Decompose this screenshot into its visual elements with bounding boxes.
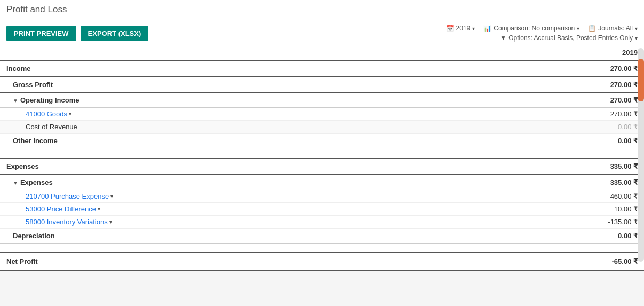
operating-income-row: ▼Operating Income 270.00 ₹ bbox=[0, 92, 644, 108]
year-header-row: 2019 bbox=[0, 45, 644, 60]
income-label: Income bbox=[0, 60, 547, 77]
page-header: Profit and Loss bbox=[0, 0, 644, 21]
filter-icon: ▼ bbox=[500, 34, 506, 42]
spacer-row-2 bbox=[0, 243, 644, 253]
price-difference-amount: 10.00 ₹ bbox=[547, 202, 644, 215]
chart-icon: 📊 bbox=[483, 25, 491, 32]
inventory-variations-label: 58000 Inventory Variations ▾ bbox=[0, 215, 547, 228]
expenses-group-label: ▼Expenses bbox=[0, 175, 547, 190]
options-filter[interactable]: ▼ Options: Accrual Basis, Posted Entries… bbox=[500, 34, 638, 42]
gross-profit-label: Gross Profit bbox=[0, 77, 547, 92]
comparison-chevron-icon: ▾ bbox=[577, 26, 579, 32]
cost-of-revenue-label: Cost of Revenue bbox=[0, 121, 547, 134]
year-chevron-icon: ▾ bbox=[472, 26, 475, 32]
cost-of-revenue-amount: 0.00 ₹ bbox=[547, 121, 644, 134]
print-preview-button[interactable]: PRINT PREVIEW bbox=[6, 26, 76, 41]
year-header-spacer bbox=[0, 45, 547, 60]
net-profit-amount: -65.00 ₹ bbox=[547, 253, 644, 270]
other-income-amount: 0.00 ₹ bbox=[547, 134, 644, 148]
purchase-expense-label: 210700 Purchase Expense ▾ bbox=[0, 190, 547, 202]
expenses-label: Expenses bbox=[0, 158, 547, 175]
export-xlsx-button[interactable]: EXPORT (XLSX) bbox=[81, 26, 149, 41]
price-difference-label: 53000 Price Difference ▾ bbox=[0, 202, 547, 215]
expenses-group-row: ▼Expenses 335.00 ₹ bbox=[0, 175, 644, 190]
income-amount: 270.00 ₹ bbox=[547, 60, 644, 77]
year-header-value: 2019 bbox=[547, 45, 644, 60]
journals-filter[interactable]: 📋 Journals: All ▾ bbox=[588, 25, 638, 32]
gross-profit-amount: 270.00 ₹ bbox=[547, 77, 644, 92]
calendar-icon: 📅 bbox=[446, 25, 454, 32]
inventory-variations-dropdown-icon[interactable]: ▾ bbox=[109, 219, 112, 225]
depreciation-amount: 0.00 ₹ bbox=[547, 228, 644, 243]
goods-dropdown-icon[interactable]: ▾ bbox=[69, 111, 71, 117]
operating-income-expand-icon[interactable]: ▼ bbox=[13, 98, 18, 104]
price-difference-dropdown-icon[interactable]: ▾ bbox=[98, 206, 100, 212]
inventory-variations-row: 58000 Inventory Variations ▾ -135.00 ₹ bbox=[0, 215, 644, 228]
scrollbar[interactable] bbox=[638, 48, 644, 262]
spacer-row-1 bbox=[0, 148, 644, 158]
page-title: Profit and Loss bbox=[6, 4, 638, 15]
expenses-section-header: Expenses 335.00 ₹ bbox=[0, 158, 644, 175]
report-content: 2019 Income 270.00 ₹ Gross Profit 270.00… bbox=[0, 45, 644, 271]
other-income-row: Other Income 0.00 ₹ bbox=[0, 134, 644, 148]
operating-income-label: ▼Operating Income bbox=[0, 92, 547, 108]
price-difference-row: 53000 Price Difference ▾ 10.00 ₹ bbox=[0, 202, 644, 215]
toolbar-left: PRINT PREVIEW EXPORT (XLSX) bbox=[6, 26, 148, 41]
inventory-variations-link[interactable]: 58000 Inventory Variations ▾ bbox=[26, 218, 541, 226]
net-profit-row: Net Profit -65.00 ₹ bbox=[0, 253, 644, 270]
price-difference-link[interactable]: 53000 Price Difference ▾ bbox=[26, 205, 541, 213]
depreciation-row: Depreciation 0.00 ₹ bbox=[0, 228, 644, 243]
report-table: 2019 Income 270.00 ₹ Gross Profit 270.00… bbox=[0, 45, 644, 271]
scrollbar-thumb[interactable] bbox=[638, 59, 644, 101]
toolbar-filter-row2: ▼ Options: Accrual Basis, Posted Entries… bbox=[500, 34, 638, 42]
purchase-expense-link[interactable]: 210700 Purchase Expense ▾ bbox=[26, 192, 541, 200]
goods-label: 41000 Goods ▾ bbox=[0, 108, 547, 121]
gross-profit-row: Gross Profit 270.00 ₹ bbox=[0, 77, 644, 92]
net-profit-label: Net Profit bbox=[0, 253, 547, 270]
cost-of-revenue-row: Cost of Revenue 0.00 ₹ bbox=[0, 121, 644, 134]
other-income-label: Other Income bbox=[0, 134, 547, 148]
year-filter[interactable]: 📅 2019 ▾ bbox=[446, 25, 475, 32]
depreciation-label: Depreciation bbox=[0, 228, 547, 243]
goods-amount: 270.00 ₹ bbox=[547, 108, 644, 121]
journals-chevron-icon: ▾ bbox=[635, 26, 638, 32]
spacer-2 bbox=[0, 243, 644, 253]
income-section-header: Income 270.00 ₹ bbox=[0, 60, 644, 77]
toolbar-right: 📅 2019 ▾ 📊 Comparison: No comparison ▾ 📋… bbox=[446, 25, 638, 42]
inventory-variations-amount: -135.00 ₹ bbox=[547, 215, 644, 228]
spacer-1 bbox=[0, 148, 644, 158]
goods-link[interactable]: 41000 Goods ▾ bbox=[26, 110, 541, 118]
expenses-expand-icon[interactable]: ▼ bbox=[13, 180, 18, 186]
journal-icon: 📋 bbox=[588, 25, 596, 32]
expenses-group-amount: 335.00 ₹ bbox=[547, 175, 644, 190]
goods-row: 41000 Goods ▾ 270.00 ₹ bbox=[0, 108, 644, 121]
toolbar-filter-row1: 📅 2019 ▾ 📊 Comparison: No comparison ▾ 📋… bbox=[446, 25, 638, 32]
purchase-expense-amount: 460.00 ₹ bbox=[547, 190, 644, 202]
expenses-amount: 335.00 ₹ bbox=[547, 158, 644, 175]
purchase-expense-dropdown-icon[interactable]: ▾ bbox=[110, 193, 113, 199]
purchase-expense-row: 210700 Purchase Expense ▾ 460.00 ₹ bbox=[0, 190, 644, 202]
options-chevron-icon: ▾ bbox=[635, 35, 638, 41]
operating-income-amount: 270.00 ₹ bbox=[547, 92, 644, 108]
comparison-filter[interactable]: 📊 Comparison: No comparison ▾ bbox=[483, 25, 579, 32]
toolbar: PRINT PREVIEW EXPORT (XLSX) 📅 2019 ▾ 📊 C… bbox=[0, 21, 644, 45]
